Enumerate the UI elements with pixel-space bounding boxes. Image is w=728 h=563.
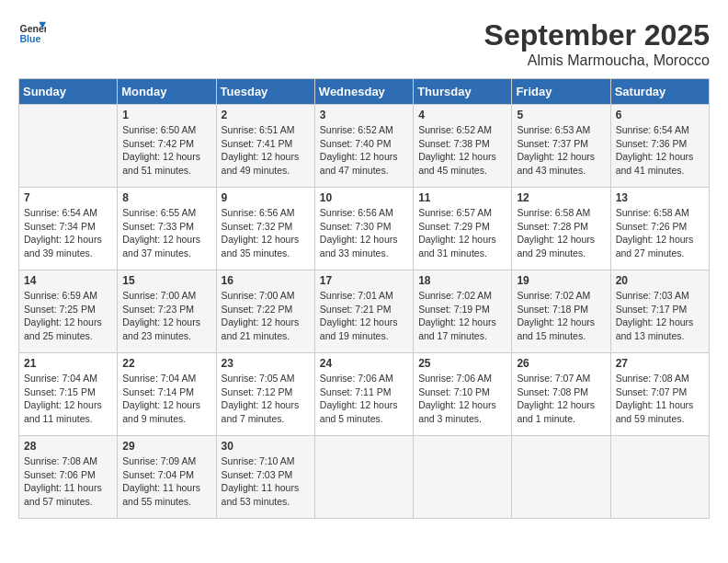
calendar-table: SundayMondayTuesdayWednesdayThursdayFrid…: [18, 78, 710, 519]
day-number: 9: [222, 191, 310, 204]
calendar-cell: 5Sunrise: 6:53 AMSunset: 7:37 PMDaylight…: [512, 105, 610, 188]
day-info: Sunrise: 7:08 AMSunset: 7:07 PMDaylight:…: [616, 372, 704, 426]
day-info: Sunrise: 6:54 AMSunset: 7:36 PMDaylight:…: [616, 123, 704, 178]
calendar-cell: 10Sunrise: 6:56 AMSunset: 7:30 PMDayligh…: [314, 188, 413, 270]
day-info: Sunrise: 7:08 AMSunset: 7:06 PMDaylight:…: [24, 454, 112, 509]
day-number: 25: [418, 357, 506, 370]
header: General Blue September 2025 Almis Marmou…: [18, 18, 710, 69]
day-number: 6: [616, 109, 704, 121]
day-number: 28: [24, 440, 112, 453]
weekday-saturday: Saturday: [610, 79, 709, 105]
day-number: 23: [222, 357, 310, 370]
day-info: Sunrise: 7:05 AMSunset: 7:12 PMDaylight:…: [222, 372, 310, 426]
calendar-cell: 4Sunrise: 6:52 AMSunset: 7:38 PMDaylight…: [414, 105, 512, 188]
day-info: Sunrise: 7:07 AMSunset: 7:08 PMDaylight:…: [517, 372, 605, 426]
calendar-cell: 19Sunrise: 7:02 AMSunset: 7:18 PMDayligh…: [512, 270, 610, 353]
day-info: Sunrise: 6:56 AMSunset: 7:30 PMDaylight:…: [320, 206, 408, 260]
calendar-cell: 17Sunrise: 7:01 AMSunset: 7:21 PMDayligh…: [314, 270, 413, 353]
calendar-cell: 27Sunrise: 7:08 AMSunset: 7:07 PMDayligh…: [610, 353, 709, 436]
day-number: 22: [122, 357, 210, 370]
weekday-thursday: Thursday: [414, 79, 512, 105]
day-info: Sunrise: 6:58 AMSunset: 7:26 PMDaylight:…: [616, 206, 704, 260]
day-info: Sunrise: 7:03 AMSunset: 7:17 PMDaylight:…: [616, 289, 704, 343]
day-number: 16: [222, 274, 310, 287]
calendar-cell: 3Sunrise: 6:52 AMSunset: 7:40 PMDaylight…: [314, 105, 413, 188]
day-number: 2: [222, 109, 310, 121]
calendar-cell: 14Sunrise: 6:59 AMSunset: 7:25 PMDayligh…: [19, 270, 118, 353]
day-number: 1: [122, 109, 210, 121]
day-number: 20: [616, 274, 704, 287]
day-info: Sunrise: 7:10 AMSunset: 7:03 PMDaylight:…: [222, 454, 310, 509]
day-info: Sunrise: 6:54 AMSunset: 7:34 PMDaylight:…: [24, 206, 112, 260]
logo: General Blue: [18, 18, 46, 46]
calendar-cell: 12Sunrise: 6:58 AMSunset: 7:28 PMDayligh…: [512, 188, 610, 270]
day-info: Sunrise: 6:59 AMSunset: 7:25 PMDaylight:…: [24, 289, 112, 343]
day-info: Sunrise: 6:52 AMSunset: 7:38 PMDaylight:…: [418, 123, 506, 178]
day-info: Sunrise: 7:04 AMSunset: 7:15 PMDaylight:…: [24, 372, 112, 426]
logo-icon: General Blue: [18, 18, 46, 46]
calendar-cell: [512, 436, 610, 519]
calendar-body: 1Sunrise: 6:50 AMSunset: 7:42 PMDaylight…: [19, 105, 710, 519]
day-number: 29: [122, 440, 210, 453]
day-number: 15: [122, 274, 210, 287]
day-info: Sunrise: 6:56 AMSunset: 7:32 PMDaylight:…: [222, 206, 310, 260]
day-number: 30: [222, 440, 310, 453]
calendar-cell: 26Sunrise: 7:07 AMSunset: 7:08 PMDayligh…: [512, 353, 610, 436]
day-number: 21: [24, 357, 112, 370]
weekday-tuesday: Tuesday: [216, 79, 314, 105]
day-info: Sunrise: 7:09 AMSunset: 7:04 PMDaylight:…: [122, 454, 210, 509]
calendar-cell: 1Sunrise: 6:50 AMSunset: 7:42 PMDaylight…: [118, 105, 216, 188]
day-info: Sunrise: 6:51 AMSunset: 7:41 PMDaylight:…: [222, 123, 310, 178]
week-row-4: 21Sunrise: 7:04 AMSunset: 7:15 PMDayligh…: [19, 353, 710, 436]
week-row-3: 14Sunrise: 6:59 AMSunset: 7:25 PMDayligh…: [19, 270, 710, 353]
calendar-cell: 13Sunrise: 6:58 AMSunset: 7:26 PMDayligh…: [610, 188, 709, 270]
calendar-cell: 24Sunrise: 7:06 AMSunset: 7:11 PMDayligh…: [314, 353, 413, 436]
calendar-cell: 25Sunrise: 7:06 AMSunset: 7:10 PMDayligh…: [414, 353, 512, 436]
day-info: Sunrise: 6:57 AMSunset: 7:29 PMDaylight:…: [418, 206, 506, 260]
title-area: September 2025 Almis Marmoucha, Morocco: [484, 18, 710, 69]
calendar-cell: 30Sunrise: 7:10 AMSunset: 7:03 PMDayligh…: [216, 436, 314, 519]
calendar-cell: 20Sunrise: 7:03 AMSunset: 7:17 PMDayligh…: [610, 270, 709, 353]
day-number: 27: [616, 357, 704, 370]
day-number: 4: [418, 109, 506, 121]
calendar-cell: 7Sunrise: 6:54 AMSunset: 7:34 PMDaylight…: [19, 188, 118, 270]
weekday-header-row: SundayMondayTuesdayWednesdayThursdayFrid…: [19, 79, 710, 105]
day-number: 24: [320, 357, 408, 370]
day-info: Sunrise: 7:06 AMSunset: 7:11 PMDaylight:…: [320, 372, 408, 426]
day-info: Sunrise: 7:00 AMSunset: 7:23 PMDaylight:…: [122, 289, 210, 343]
day-number: 5: [517, 109, 605, 121]
day-info: Sunrise: 6:55 AMSunset: 7:33 PMDaylight:…: [122, 206, 210, 260]
calendar-cell: 23Sunrise: 7:05 AMSunset: 7:12 PMDayligh…: [216, 353, 314, 436]
calendar-cell: 2Sunrise: 6:51 AMSunset: 7:41 PMDaylight…: [216, 105, 314, 188]
day-number: 13: [616, 191, 704, 204]
week-row-5: 28Sunrise: 7:08 AMSunset: 7:06 PMDayligh…: [19, 436, 710, 519]
day-info: Sunrise: 7:01 AMSunset: 7:21 PMDaylight:…: [320, 289, 408, 343]
calendar-cell: 21Sunrise: 7:04 AMSunset: 7:15 PMDayligh…: [19, 353, 118, 436]
week-row-2: 7Sunrise: 6:54 AMSunset: 7:34 PMDaylight…: [19, 188, 710, 270]
week-row-1: 1Sunrise: 6:50 AMSunset: 7:42 PMDaylight…: [19, 105, 710, 188]
calendar-cell: 8Sunrise: 6:55 AMSunset: 7:33 PMDaylight…: [118, 188, 216, 270]
calendar-cell: 16Sunrise: 7:00 AMSunset: 7:22 PMDayligh…: [216, 270, 314, 353]
day-info: Sunrise: 7:02 AMSunset: 7:18 PMDaylight:…: [517, 289, 605, 343]
calendar-cell: 28Sunrise: 7:08 AMSunset: 7:06 PMDayligh…: [19, 436, 118, 519]
day-number: 17: [320, 274, 408, 287]
day-info: Sunrise: 6:52 AMSunset: 7:40 PMDaylight:…: [320, 123, 408, 178]
svg-text:Blue: Blue: [20, 33, 41, 44]
calendar-cell: 11Sunrise: 6:57 AMSunset: 7:29 PMDayligh…: [414, 188, 512, 270]
day-number: 26: [517, 357, 605, 370]
day-number: 3: [320, 109, 408, 121]
calendar-cell: 22Sunrise: 7:04 AMSunset: 7:14 PMDayligh…: [118, 353, 216, 436]
day-info: Sunrise: 7:06 AMSunset: 7:10 PMDaylight:…: [418, 372, 506, 426]
calendar-cell: 6Sunrise: 6:54 AMSunset: 7:36 PMDaylight…: [610, 105, 709, 188]
day-number: 11: [418, 191, 506, 204]
calendar-cell: 15Sunrise: 7:00 AMSunset: 7:23 PMDayligh…: [118, 270, 216, 353]
day-number: 19: [517, 274, 605, 287]
weekday-sunday: Sunday: [19, 79, 118, 105]
day-info: Sunrise: 7:04 AMSunset: 7:14 PMDaylight:…: [122, 372, 210, 426]
weekday-monday: Monday: [118, 79, 216, 105]
weekday-friday: Friday: [512, 79, 610, 105]
location-title: Almis Marmoucha, Morocco: [484, 52, 710, 69]
calendar-cell: 9Sunrise: 6:56 AMSunset: 7:32 PMDaylight…: [216, 188, 314, 270]
day-number: 18: [418, 274, 506, 287]
calendar-cell: [19, 105, 118, 188]
